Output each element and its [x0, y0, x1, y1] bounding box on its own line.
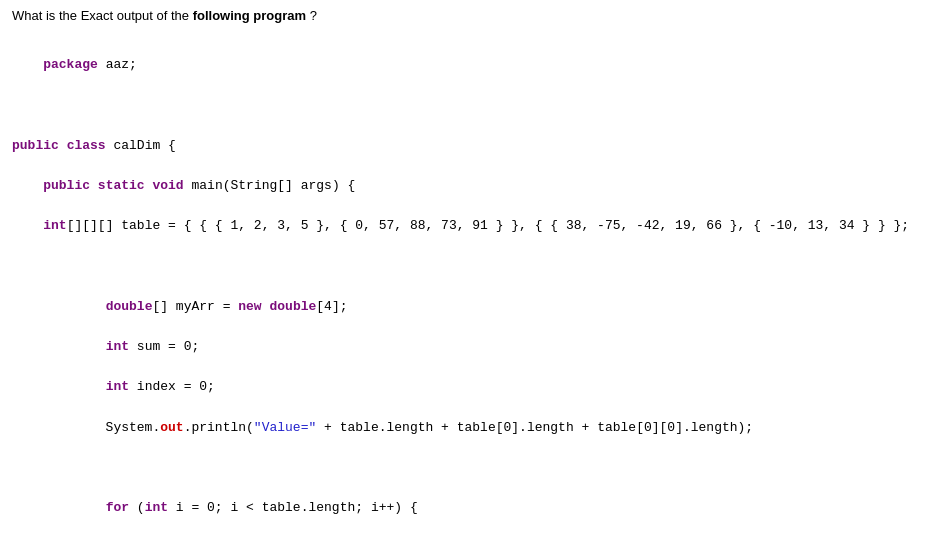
question-text: What is the Exact output of the followin…	[12, 8, 936, 23]
code-block: package aaz; public class calDim { publi…	[12, 35, 936, 558]
